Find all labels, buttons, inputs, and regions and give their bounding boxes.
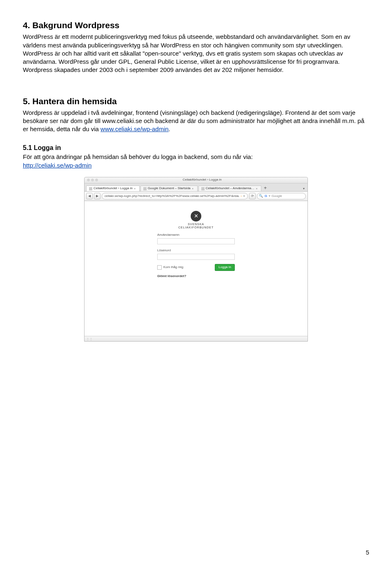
url-text: celiaki.se/wp-login.php?redirect_to=http…	[105, 194, 239, 199]
search-placeholder: Google	[272, 194, 282, 199]
browser-window: Celiakiförbundet › Logga in Celiakiförbu…	[84, 177, 308, 342]
search-field[interactable]: 🔍 G ▾ Google	[257, 193, 306, 199]
site-logo: SVENSKA CELIAKIFÖRBUNDET	[157, 211, 235, 229]
search-icon: 🔍	[259, 194, 263, 199]
chevron-down-icon[interactable]: ▾	[243, 194, 245, 198]
browser-tab-2[interactable]: Google Dokument – Startsida ×	[140, 186, 198, 191]
logo-mark-icon	[191, 211, 201, 221]
tab-1-label: Celiakiförbundet › Logga in	[94, 186, 133, 191]
url-field[interactable]: celiaki.se/wp-login.php?redirect_to=http…	[102, 193, 248, 199]
tab-2-label: Google Dokument – Startsida	[148, 186, 191, 191]
username-label: Användarnamn	[157, 233, 235, 237]
remember-checkbox[interactable]	[157, 265, 162, 270]
section-5-heading: 5. Hantera din hemsida	[23, 96, 369, 107]
window-titlebar: Celiakiförbundet › Logga in	[85, 177, 307, 183]
back-icon[interactable]: ◀	[86, 193, 93, 199]
section-5-body-end: .	[169, 125, 170, 132]
browser-tab-3[interactable]: Celiakiförbundet – Användarma… ×	[198, 186, 262, 191]
forward-icon[interactable]: ▶	[94, 193, 100, 199]
tab-strip: Celiakiförbundet › Logga in × Google Dok…	[85, 183, 307, 192]
password-input[interactable]	[157, 254, 235, 260]
browser-tab-1[interactable]: Celiakiförbundet › Logga in ×	[86, 186, 140, 191]
tab-3-label: Celiakiförbundet – Användarma…	[206, 186, 255, 191]
reload-icon[interactable]: ⟳	[249, 193, 256, 199]
address-bar: ◀ ▶ celiaki.se/wp-login.php?redirect_to=…	[85, 192, 307, 201]
forgot-password-link[interactable]: Glömt lösenordet?	[157, 274, 235, 279]
wp-admin-link-1[interactable]: www.celiaki.se/wp-admin	[100, 125, 169, 132]
section-5-body-start: Wordpress är uppdelad i två avdelningar,…	[23, 109, 364, 133]
close-icon[interactable]: ×	[192, 187, 195, 190]
window-title: Celiakiförbundet › Logga in	[99, 178, 305, 182]
favicon-icon	[143, 187, 147, 190]
close-icon[interactable]: ×	[256, 187, 258, 190]
rss-icon[interactable]: ☆	[240, 194, 243, 198]
section-4-heading: 4. Bakgrund Wordpress	[23, 20, 369, 31]
status-handle-icon: ⋮⋮	[86, 337, 90, 340]
google-favicon-icon: G	[264, 195, 267, 198]
new-tab-button[interactable]: +	[262, 185, 268, 191]
traffic-light-minimize-icon	[91, 179, 94, 181]
username-input[interactable]	[157, 238, 235, 244]
page-viewport: SVENSKA CELIAKIFÖRBUNDET Användarnamn Lö…	[85, 201, 307, 336]
password-label: Lösenord	[157, 248, 235, 253]
section-5-1-heading: 5.1 Logga in	[23, 143, 369, 152]
logo-text-line2: CELIAKIFÖRBUNDET	[157, 226, 235, 229]
section-5-body: Wordpress är uppdelad i två avdelningar,…	[23, 109, 369, 134]
close-icon[interactable]: ×	[134, 187, 137, 190]
status-bar: ⋮⋮	[85, 336, 307, 341]
login-screenshot: Celiakiförbundet › Logga in Celiakiförbu…	[84, 177, 308, 342]
section-5-1-body: För att göra ändringar på hemsidan så be…	[23, 153, 369, 161]
favicon-icon	[201, 187, 205, 190]
logo-text-line1: SVENSKA	[157, 223, 235, 226]
login-button[interactable]: Logga in	[215, 264, 235, 271]
section-4-body: WordPress är ett modernt publiceringsver…	[23, 33, 369, 74]
traffic-light-zoom-icon	[95, 179, 98, 181]
wp-admin-link-2[interactable]: http://celiaki.se/wp-admin	[23, 162, 91, 169]
favicon-icon	[89, 187, 92, 190]
login-form: SVENSKA CELIAKIFÖRBUNDET Användarnamn Lö…	[157, 211, 235, 279]
traffic-light-close-icon	[87, 179, 90, 181]
remember-label: Kom ihåg mig	[163, 265, 183, 270]
tab-overflow-icon[interactable]: ▾	[302, 187, 306, 191]
